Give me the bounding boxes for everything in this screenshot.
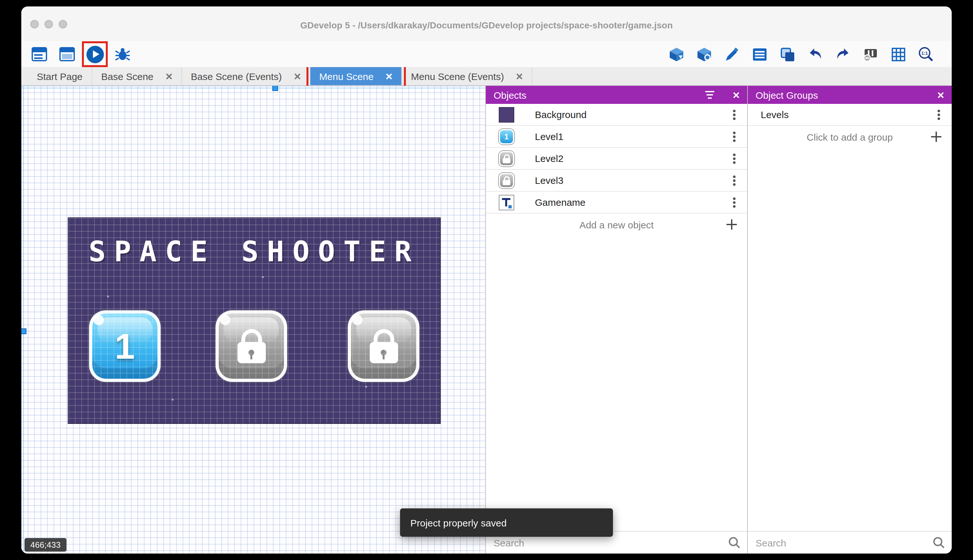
close-panel-icon[interactable] [937, 91, 944, 98]
selection-handle[interactable] [272, 86, 278, 91]
tab-start-page[interactable]: Start Page [28, 67, 92, 85]
object-name: Level1 [535, 131, 733, 142]
background-swatch-icon [499, 107, 514, 122]
object-row-level1[interactable]: 1 Level1 [486, 126, 747, 148]
tab-label: Base Scene (Events) [191, 71, 282, 82]
debug-icon[interactable] [113, 45, 132, 63]
toolbar-right-group: 1:1 [667, 41, 935, 67]
group-menu-icon[interactable] [938, 113, 940, 116]
object-name: Level2 [535, 153, 733, 164]
object-row-background[interactable]: Background [486, 104, 747, 126]
grid-icon[interactable] [889, 45, 907, 63]
window-title: GDevelop 5 - /Users/dkarakay/Documents/G… [21, 7, 952, 41]
groups-panel-title: Object Groups [756, 89, 937, 100]
play-button[interactable] [86, 45, 104, 63]
undo-icon[interactable] [806, 45, 824, 63]
add-object-label: Add a new object [580, 219, 654, 230]
tab-label: Start Page [37, 71, 83, 82]
menu-scene-background-instance[interactable]: SPACE SHOOTER 1 [68, 217, 441, 424]
groups-search-input[interactable] [748, 537, 932, 548]
tab-base-scene[interactable]: Base Scene [92, 67, 182, 85]
add-group-plus-icon[interactable] [931, 132, 941, 142]
redo-icon[interactable] [834, 45, 852, 63]
object-row-level2[interactable]: Level2 [486, 148, 747, 170]
game-title-text-instance[interactable]: SPACE SHOOTER [68, 235, 440, 268]
behaviors-cube-icon[interactable] [695, 45, 713, 63]
mask-preview-icon[interactable] [861, 45, 880, 63]
tab-close-icon[interactable] [165, 71, 172, 82]
selection-bound-top [21, 88, 485, 88]
objects-search-input[interactable] [486, 537, 728, 548]
search-icon [932, 536, 945, 549]
tab-label: Menu Scene (Events) [411, 71, 504, 82]
add-group-label: Click to add a group [807, 131, 893, 142]
object-name: Background [535, 109, 733, 120]
groups-panel-header: Object Groups [748, 86, 952, 104]
tab-base-scene-events[interactable]: Base Scene (Events) [182, 67, 310, 85]
project-manager-icon[interactable] [30, 45, 48, 63]
add-object-row[interactable]: Add a new object [486, 213, 747, 235]
lock-icon [237, 329, 265, 363]
close-panel-icon[interactable] [732, 91, 740, 98]
zoom-1-1-icon[interactable]: 1:1 [917, 45, 935, 63]
edit-pencil-icon[interactable] [723, 45, 741, 63]
tab-bar: Start Page Base Scene Base Scene (Events… [21, 67, 952, 86]
selection-handle[interactable] [21, 328, 27, 334]
object-name: Gamename [535, 197, 733, 208]
object-groups-panel: Object Groups Levels Click to add a grou… [747, 86, 952, 553]
level1-button-instance[interactable]: 1 [89, 310, 161, 382]
gdevelop-window: GDevelop 5 - /Users/dkarakay/Documents/G… [21, 7, 952, 553]
lock-icon [369, 329, 398, 363]
groups-searchbar [748, 531, 952, 553]
text-object-icon [499, 195, 514, 210]
instances-list-icon[interactable] [750, 45, 768, 63]
object-row-level3[interactable]: Level3 [486, 170, 747, 192]
objects-panel-header: Objects [486, 86, 747, 104]
zoom-level-label: 1:1 [921, 51, 928, 56]
start-page-icon[interactable] [58, 45, 76, 63]
tab-label: Menu Scene [319, 71, 373, 82]
object-row-gamename[interactable]: Gamename [486, 192, 747, 213]
objects-panel: Objects Background 1 Level1 [485, 86, 747, 553]
search-icon [728, 536, 741, 549]
locked-button-icon [499, 151, 514, 166]
object-menu-icon[interactable] [733, 201, 736, 203]
add-object-plus-icon[interactable] [726, 219, 737, 230]
star-dot [262, 276, 264, 278]
star-dot [107, 295, 109, 297]
object-menu-icon[interactable] [733, 113, 736, 116]
level1-button-icon: 1 [499, 129, 514, 144]
group-row-levels[interactable]: Levels [748, 104, 952, 126]
star-dot [365, 386, 367, 388]
objects-panel-title: Objects [493, 89, 705, 100]
titlebar[interactable]: GDevelop 5 - /Users/dkarakay/Documents/G… [21, 7, 952, 41]
object-cube-icon[interactable] [667, 45, 685, 63]
object-menu-icon[interactable] [733, 179, 736, 182]
level2-button-instance[interactable] [215, 310, 287, 382]
tab-label: Base Scene [101, 71, 153, 82]
tab-close-icon[interactable] [293, 71, 300, 82]
layers-icon[interactable] [778, 45, 796, 63]
toolbar-left-group [30, 41, 132, 67]
filter-icon[interactable] [705, 91, 714, 99]
level3-button-instance[interactable] [348, 310, 420, 382]
tab-menu-scene[interactable]: Menu Scene [310, 67, 402, 85]
cursor-coordinates: 466;433 [25, 538, 67, 552]
group-name: Levels [761, 109, 938, 120]
level1-number-label: 1 [115, 325, 135, 367]
star-dot [172, 399, 173, 401]
object-menu-icon[interactable] [733, 135, 736, 138]
selection-bound-left [23, 86, 24, 553]
locked-button-icon [499, 173, 514, 188]
object-menu-icon[interactable] [733, 157, 736, 160]
main-content: SPACE SHOOTER 1 [21, 86, 952, 553]
play-icon [86, 45, 103, 63]
tab-menu-scene-events[interactable]: Menu Scene (Events) [402, 67, 533, 85]
toolbar: 1:1 [21, 41, 952, 67]
toast-message: Project properly saved [400, 508, 613, 537]
tab-close-icon[interactable] [385, 71, 392, 82]
add-group-row[interactable]: Click to add a group [748, 126, 952, 148]
tab-close-icon[interactable] [515, 71, 523, 82]
screen: GDevelop 5 - /Users/dkarakay/Documents/G… [0, 0, 973, 560]
scene-editor-canvas[interactable]: SPACE SHOOTER 1 [21, 86, 485, 553]
